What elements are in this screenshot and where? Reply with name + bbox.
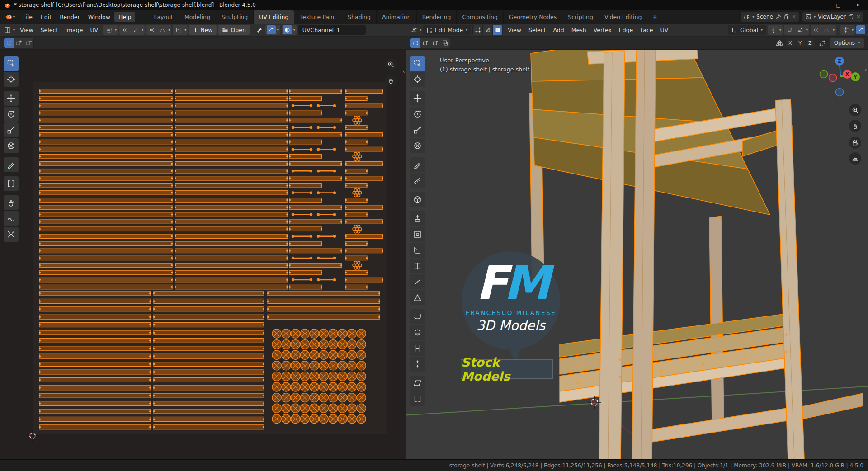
falloff-button[interactable] (158, 25, 167, 34)
tab-modeling[interactable]: Modeling (179, 10, 216, 24)
scene-selector[interactable]: ▾ Scene ✕ (741, 12, 799, 22)
falloff-button[interactable] (822, 25, 831, 34)
editor-type-button[interactable] (3, 25, 12, 34)
v3d-tool-rip-region[interactable] (410, 391, 425, 406)
blender-app-menu-button[interactable]: ▾ (3, 11, 17, 22)
viewport-perspective-button[interactable] (849, 152, 861, 165)
v3d-tool-transform[interactable] (410, 138, 425, 153)
uv-pan-button[interactable] (385, 75, 397, 87)
new-image-button[interactable]: New (189, 25, 217, 35)
pin-image-button[interactable] (255, 25, 264, 34)
v3d-menu-add[interactable]: Add (550, 25, 568, 35)
gizmo-axis-neg-y[interactable] (820, 71, 828, 78)
tab-animation[interactable]: Animation (376, 10, 416, 24)
v3d-tool-scale[interactable] (410, 122, 425, 137)
sidebar-collapse-icon[interactable]: ‹ (402, 68, 405, 75)
uv-select-sync-button[interactable] (267, 25, 276, 34)
mesh-mode-face[interactable] (493, 25, 502, 35)
pivot-point-button[interactable] (769, 25, 778, 34)
v3d-tool-bevel[interactable] (410, 243, 425, 258)
gizmo-axis-neg-z[interactable] (836, 89, 844, 96)
v3d-tool-annotate[interactable] (410, 157, 425, 172)
sticky-selection-button[interactable] (104, 25, 113, 34)
navigation-gizmo[interactable]: Z X Y (819, 55, 864, 100)
tab-compositing[interactable]: Compositing (456, 10, 503, 24)
v3d-mode-subtract[interactable] (430, 38, 440, 48)
uv-tool-rip-region[interactable] (4, 176, 19, 191)
uv-menu-select[interactable]: Select (37, 25, 62, 35)
menu-file[interactable]: File (19, 12, 37, 22)
overlays-toggle-button[interactable] (856, 25, 865, 34)
uv-menu-view[interactable]: View (16, 25, 37, 35)
mesh-mode-edge[interactable] (483, 25, 492, 35)
uv-map-selector[interactable]: UVChannel_1 (298, 25, 366, 35)
open-image-button[interactable]: Open (218, 25, 250, 35)
mode-selector[interactable]: Edit Mode ▾ (423, 25, 471, 35)
uv-tool-move[interactable] (4, 91, 19, 106)
tab-uv-editing[interactable]: UV Editing (253, 10, 294, 24)
viewport-pan-button[interactable] (849, 120, 861, 132)
v3d-tool-cursor[interactable] (410, 72, 425, 87)
uv-tool-pinch[interactable] (4, 227, 19, 242)
uv-tool-transform[interactable] (4, 138, 19, 153)
close-button[interactable]: ✕ (848, 0, 868, 10)
uv-zoom-button[interactable] (385, 58, 397, 71)
mesh-mode-vertex[interactable] (473, 25, 482, 35)
uv-mode-subtract[interactable] (24, 38, 33, 48)
uv-menu-uv[interactable]: UV (86, 25, 102, 35)
proportional-edit-button[interactable] (147, 25, 156, 34)
v3d-tool-add-cube[interactable] (410, 192, 425, 207)
menu-render[interactable]: Render (56, 12, 84, 22)
v3d-tool-spin[interactable] (410, 309, 425, 324)
v3d-tool-shrink-fatten[interactable] (410, 357, 425, 372)
uv-mode-set[interactable] (4, 38, 14, 48)
v3d-tool-poly-build[interactable] (410, 290, 425, 305)
v3d-tool-loop-cut[interactable] (410, 259, 425, 273)
new-scene-icon[interactable] (783, 14, 789, 20)
tab-shading[interactable]: Shading (342, 10, 376, 24)
tab-texture-paint[interactable]: Texture Paint (294, 10, 342, 24)
pin-icon[interactable] (775, 14, 781, 20)
snap-toggle-button[interactable] (785, 25, 794, 34)
options-dropdown[interactable]: Options ▾ (830, 38, 864, 48)
sidebar-collapse-icon[interactable]: ‹ (864, 66, 867, 73)
uv-tool-select-box[interactable] (4, 56, 19, 71)
v3d-tool-smooth[interactable] (410, 325, 425, 340)
uv-tool-rotate[interactable] (4, 107, 19, 122)
minimize-button[interactable]: ─ (808, 0, 828, 10)
uv-tool-scale[interactable] (4, 122, 19, 137)
uv-mode-extend[interactable] (14, 38, 24, 48)
v3d-mode-difference[interactable] (440, 38, 450, 48)
proportional-edit-button[interactable] (812, 25, 821, 34)
v3d-menu-view[interactable]: View (504, 25, 525, 35)
mirror-axis-y[interactable]: Y (796, 38, 805, 47)
tab-scripting[interactable]: Scripting (562, 10, 599, 24)
menu-edit[interactable]: Edit (37, 12, 56, 22)
v3d-tool-edge-slide[interactable] (410, 341, 425, 356)
mirror-axis-z[interactable]: Z (806, 38, 815, 47)
mirror-axis-x[interactable]: X (786, 38, 795, 47)
show-gizmo-button[interactable] (841, 25, 850, 34)
uv-canvas[interactable]: ‹ (0, 50, 406, 459)
display-modified-uvs-button[interactable] (283, 25, 292, 34)
remove-viewlayer-button[interactable]: ✕ (856, 14, 861, 20)
new-viewlayer-icon[interactable] (848, 14, 854, 20)
uv-tool-grab[interactable] (4, 195, 19, 210)
v3d-tool-select-box[interactable] (410, 56, 425, 71)
menu-window[interactable]: Window (84, 12, 114, 22)
v3d-tool-shear[interactable] (410, 376, 425, 391)
v3d-menu-select[interactable]: Select (525, 25, 550, 35)
tab-geometry-nodes[interactable]: Geometry Nodes (503, 10, 562, 24)
viewport-canvas[interactable]: User Perspective (1) storage-shelf | sto… (406, 50, 868, 459)
viewport-camera-button[interactable] (849, 137, 861, 149)
add-workspace-button[interactable]: + (647, 13, 662, 20)
tab-video-editing[interactable]: Video Editing (599, 10, 648, 24)
gizmo-axis-neg-x[interactable] (829, 74, 837, 82)
viewlayer-selector[interactable]: ▾ ViewLayer ✕ (802, 12, 863, 22)
tab-rendering[interactable]: Rendering (416, 10, 457, 24)
v3d-mode-extend[interactable] (420, 38, 430, 48)
menu-help[interactable]: Help (114, 12, 136, 22)
v3d-tool-inset-faces[interactable] (410, 227, 425, 242)
v3d-tool-measure[interactable] (410, 173, 425, 188)
browse-image-button[interactable] (174, 25, 183, 34)
